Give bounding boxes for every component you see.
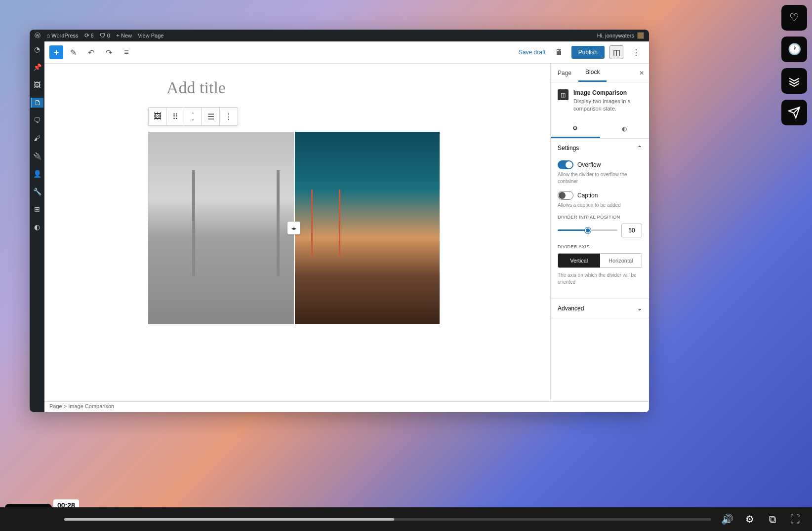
wordpress-logo-icon[interactable]: ⓦ: [35, 32, 41, 40]
pip-icon[interactable]: ⧉: [766, 514, 779, 525]
block-info: ◫ Image Comparison Display two images in…: [551, 82, 649, 120]
avatar[interactable]: [637, 32, 644, 39]
comment-icon: 🗨: [100, 32, 106, 39]
save-draft-button[interactable]: Save draft: [519, 49, 546, 56]
sidebar-media-icon[interactable]: 🖾: [31, 80, 43, 90]
sidebar-users-icon[interactable]: 👤: [31, 169, 43, 179]
caption-help: Allows a caption to be added: [558, 202, 642, 209]
redo-icon[interactable]: ↷: [101, 44, 117, 60]
divider-pos-label: DIVIDER INITIAL POSITION: [558, 215, 642, 220]
settings-gear-icon[interactable]: ⚙: [743, 513, 757, 525]
sidebar-settings-icon[interactable]: ⊞: [31, 204, 43, 214]
advanced-section-header[interactable]: Advanced ⌄: [551, 299, 649, 318]
updates-link[interactable]: ⟳ 6: [84, 32, 94, 39]
drag-handle-icon[interactable]: ⠿: [166, 108, 184, 125]
move-up-icon[interactable]: ⌃: [191, 112, 195, 116]
volume-icon[interactable]: 🔊: [720, 513, 734, 525]
overlay-buttons: ♡ 🕐: [781, 5, 807, 125]
move-arrows[interactable]: ⌃⌄: [184, 108, 202, 125]
watch-later-icon[interactable]: 🕐: [781, 37, 807, 62]
sidebar-dashboard-icon[interactable]: ◔: [31, 44, 43, 54]
overflow-help: Allow the divider to overflow the contai…: [558, 171, 642, 185]
caption-label: Caption: [577, 192, 598, 199]
add-block-button[interactable]: +: [49, 45, 63, 59]
move-down-icon[interactable]: ⌄: [191, 117, 195, 121]
fullscreen-icon[interactable]: ⛶: [788, 514, 802, 525]
share-icon[interactable]: [781, 100, 807, 125]
editor-toolbar: + ✎ ↶ ↷ ≡ Save draft 🖥 Publish ◫ ⋮: [44, 41, 649, 64]
axis-horizontal-button[interactable]: Horizontal: [600, 254, 642, 267]
close-panel-icon[interactable]: ✕: [634, 65, 649, 81]
sidebar-pages-icon[interactable]: 🗋: [31, 98, 43, 108]
view-page-link[interactable]: View Page: [138, 33, 163, 38]
image-comparison-block[interactable]: ◂▸: [148, 132, 440, 324]
admin-sidebar: ◔ 📌 🖾 🗋 🗨 🖌 🔌 👤 🔧 ⊞ ◐: [30, 41, 44, 412]
settings-panel-toggle-icon[interactable]: ◫: [609, 45, 623, 59]
admin-bar: ⓦ ⌂ WordPress ⟳ 6 🗨 0 + New View Page Hi…: [30, 30, 649, 41]
collections-icon[interactable]: [781, 68, 807, 94]
overflow-toggle[interactable]: [558, 160, 573, 169]
progress-bar[interactable]: [64, 518, 711, 521]
chevron-up-icon: ⌃: [637, 145, 642, 152]
block-type-icon[interactable]: 🖼: [149, 108, 166, 125]
block-more-icon[interactable]: ⋮: [220, 108, 238, 125]
sidebar-comments-icon[interactable]: 🗨: [31, 115, 43, 125]
editor-canvas[interactable]: Add title 🖼 ⠿ ⌃⌄ ☰ ⋮ ◂▸: [44, 64, 550, 412]
list-view-icon[interactable]: ≡: [119, 44, 134, 60]
wordpress-window: ⓦ ⌂ WordPress ⟳ 6 🗨 0 + New View Page Hi…: [30, 30, 649, 412]
divider-position-input[interactable]: [621, 224, 642, 237]
sidebar-posts-icon[interactable]: 📌: [31, 62, 43, 72]
overflow-label: Overflow: [577, 161, 601, 168]
settings-subtab-icon[interactable]: ⚙: [551, 120, 600, 138]
plus-icon: +: [116, 32, 120, 39]
sidebar-collapse-icon[interactable]: ◐: [31, 222, 43, 232]
block-title: Image Comparison: [573, 89, 642, 96]
divider-axis-label: DIVIDER AXIS: [558, 244, 642, 249]
tab-page[interactable]: Page: [551, 65, 578, 81]
update-icon: ⟳: [84, 32, 89, 39]
caption-toggle[interactable]: [558, 191, 573, 200]
after-image: [294, 132, 440, 324]
sidebar-appearance-icon[interactable]: 🖌: [31, 133, 43, 143]
site-home-link[interactable]: ⌂ WordPress: [46, 32, 79, 39]
publish-button[interactable]: Publish: [571, 46, 605, 59]
edit-mode-icon[interactable]: ✎: [65, 44, 81, 60]
align-icon[interactable]: ☰: [202, 108, 220, 125]
tab-block[interactable]: Block: [578, 64, 607, 82]
block-description: Display two images in a comparison state…: [573, 98, 642, 113]
block-icon: ◫: [558, 89, 568, 100]
axis-button-group: Vertical Horizontal: [558, 253, 642, 268]
undo-icon[interactable]: ↶: [83, 44, 99, 60]
axis-help: The axis on which the divider will be or…: [558, 272, 642, 286]
divider-position-slider[interactable]: [558, 229, 617, 231]
comments-link[interactable]: 🗨 0: [100, 32, 110, 39]
new-link[interactable]: + New: [116, 32, 132, 39]
page-title-input[interactable]: Add title: [166, 78, 458, 97]
breadcrumb[interactable]: Page > Image Comparison: [44, 401, 649, 412]
sidebar-plugins-icon[interactable]: 🔌: [31, 151, 43, 161]
block-toolbar: 🖼 ⠿ ⌃⌄ ☰ ⋮: [148, 107, 238, 126]
home-icon: ⌂: [46, 32, 50, 39]
axis-vertical-button[interactable]: Vertical: [558, 254, 600, 267]
greeting[interactable]: Hi, jonnywaters: [597, 33, 634, 38]
styles-subtab-icon[interactable]: ◐: [600, 120, 650, 138]
sidebar-tools-icon[interactable]: 🔧: [31, 187, 43, 196]
settings-section-header[interactable]: Settings ⌃: [551, 139, 649, 157]
divider-handle[interactable]: ◂▸: [287, 222, 300, 234]
chevron-down-icon: ⌄: [637, 305, 642, 312]
settings-panel: Page Block ✕ ◫ Image Comparison Display …: [550, 64, 649, 412]
video-controls: 🔊 ⚙ ⧉ ⛶: [0, 507, 812, 531]
more-options-icon[interactable]: ⋮: [628, 44, 644, 60]
like-icon[interactable]: ♡: [781, 5, 807, 31]
preview-icon[interactable]: 🖥: [551, 44, 567, 60]
